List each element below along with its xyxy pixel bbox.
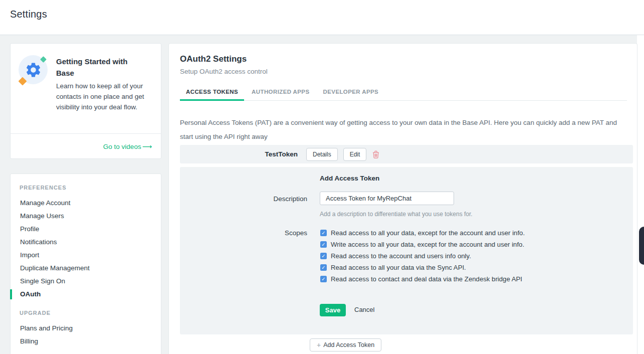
settings-nav-card: PREFERENCES Manage Account Manage Users …: [10, 173, 161, 354]
tab-bar: ACCESS TOKENS AUTHORIZED APPS DEVELOPER …: [180, 84, 627, 101]
scope-label: Read access to all your data, except for…: [331, 229, 525, 237]
description-label: Description: [180, 195, 307, 203]
sidebar-item-single-sign-on[interactable]: Single Sign On: [11, 275, 161, 288]
nav-gap: [11, 301, 161, 310]
sidebar-item-plans-and-pricing[interactable]: Plans and Pricing: [11, 322, 161, 335]
app-header: Settings: [0, 0, 644, 35]
nav-section-upgrade: UPGRADE: [11, 310, 161, 316]
tab-access-tokens[interactable]: ACCESS TOKENS: [180, 84, 244, 101]
scope-checkbox-row[interactable]: ✓Read access to the account and users in…: [320, 250, 525, 262]
scopes-list: ✓Read access to all your data, except fo…: [320, 227, 525, 285]
details-button[interactable]: Details: [306, 148, 338, 161]
sidebar-item-label: Single Sign On: [20, 277, 65, 285]
sidebar-item-label: Duplicate Management: [20, 264, 90, 272]
getting-started-description: Learn how to keep all of your contacts i…: [56, 81, 152, 112]
sidebar-item-duplicate-management[interactable]: Duplicate Management: [11, 262, 161, 275]
plus-icon: +: [317, 341, 321, 349]
getting-started-footer: Go to videos⟶: [11, 133, 161, 158]
gear-icon: [19, 55, 50, 86]
arrow-right-icon: ⟶: [142, 143, 152, 150]
panel-subtitle: Setup OAuth2 access control: [180, 68, 268, 75]
sidebar-item-profile[interactable]: Profile: [11, 223, 161, 236]
description-input[interactable]: [320, 192, 454, 205]
scope-label: Read access to contact and deal data via…: [331, 275, 522, 283]
gear-icon-glyph: [25, 61, 42, 79]
scopes-label: Scopes: [180, 229, 307, 237]
side-feedback-tab[interactable]: [639, 227, 644, 265]
checkbox-checked-icon[interactable]: ✓: [320, 241, 327, 248]
sidebar-item-label: Billing: [20, 337, 38, 345]
sidebar-item-manage-users[interactable]: Manage Users: [11, 210, 161, 223]
go-to-videos-label: Go to videos: [103, 143, 141, 150]
go-to-videos-link[interactable]: Go to videos⟶: [103, 142, 152, 150]
add-access-token-button[interactable]: + Add Access Token: [310, 338, 381, 351]
token-name: TestToken: [255, 150, 298, 158]
sidebar-item-notifications[interactable]: Notifications: [11, 236, 161, 249]
active-item-indicator: [10, 289, 12, 299]
sidebar-item-label: Manage Account: [20, 199, 71, 207]
checkbox-checked-icon[interactable]: ✓: [320, 253, 327, 259]
delete-token-button[interactable]: [371, 149, 380, 159]
checkbox-checked-icon[interactable]: ✓: [320, 264, 327, 271]
upgrade-list: Plans and Pricing Billing: [11, 322, 161, 348]
sidebar-item-label: OAuth: [20, 290, 41, 298]
getting-started-card: Getting Started with Base Learn how to k…: [10, 43, 161, 159]
preferences-list: Manage Account Manage Users Profile Noti…: [11, 197, 161, 301]
save-button[interactable]: Save: [320, 304, 346, 316]
add-access-token-label: Add Access Token: [323, 341, 374, 348]
form-title: Add Access Token: [320, 174, 379, 182]
sidebar-item-label: Manage Users: [20, 212, 64, 220]
scope-label: Read access to the account and users inf…: [331, 252, 471, 260]
scope-checkbox-row[interactable]: ✓Read access to contact and deal data vi…: [320, 273, 525, 285]
trash-icon: [372, 150, 379, 158]
checkbox-checked-icon[interactable]: ✓: [320, 230, 327, 236]
scope-label: Write access to all your data, except fo…: [331, 241, 524, 248]
getting-started-title: Getting Started with Base: [56, 56, 139, 79]
sidebar-item-billing[interactable]: Billing: [11, 335, 161, 348]
scope-checkbox-row[interactable]: ✓Read access to all your data via the Sy…: [320, 262, 525, 273]
sidebar-item-oauth[interactable]: OAuth: [11, 288, 161, 301]
tab-developer-apps[interactable]: DEVELOPER APPS: [317, 84, 385, 101]
scope-checkbox-row[interactable]: ✓Read access to all your data, except fo…: [320, 227, 525, 239]
sidebar-item-label: Notifications: [20, 238, 57, 246]
nav-section-preferences: PREFERENCES: [11, 185, 161, 191]
sidebar-item-label: Profile: [20, 225, 39, 233]
token-row: TestToken Details Edit: [180, 145, 633, 163]
cancel-button[interactable]: Cancel: [351, 305, 377, 314]
tab-authorized-apps[interactable]: AUTHORIZED APPS: [246, 84, 315, 101]
panel-title: OAuth2 Settings: [180, 54, 247, 64]
sidebar-item-manage-account[interactable]: Manage Account: [11, 197, 161, 210]
sidebar-item-label: Import: [20, 251, 39, 259]
checkbox-checked-icon[interactable]: ✓: [320, 276, 327, 282]
page-title: Settings: [10, 9, 47, 20]
sidebar-item-import[interactable]: Import: [11, 249, 161, 262]
scope-label: Read access to all your data via the Syn…: [331, 264, 466, 271]
oauth2-settings-panel: OAuth2 Settings Setup OAuth2 access cont…: [168, 43, 637, 354]
scope-checkbox-row[interactable]: ✓Write access to all your data, except f…: [320, 239, 525, 250]
sidebar-item-label: Plans and Pricing: [20, 324, 73, 332]
edit-button[interactable]: Edit: [343, 148, 367, 161]
description-help-text: Add a description to differentiate what …: [320, 211, 473, 218]
add-access-token-form: Add Access Token Description Add a descr…: [180, 167, 633, 334]
pat-intro-text: Personal Access Tokens (PAT) are a conve…: [180, 116, 629, 144]
